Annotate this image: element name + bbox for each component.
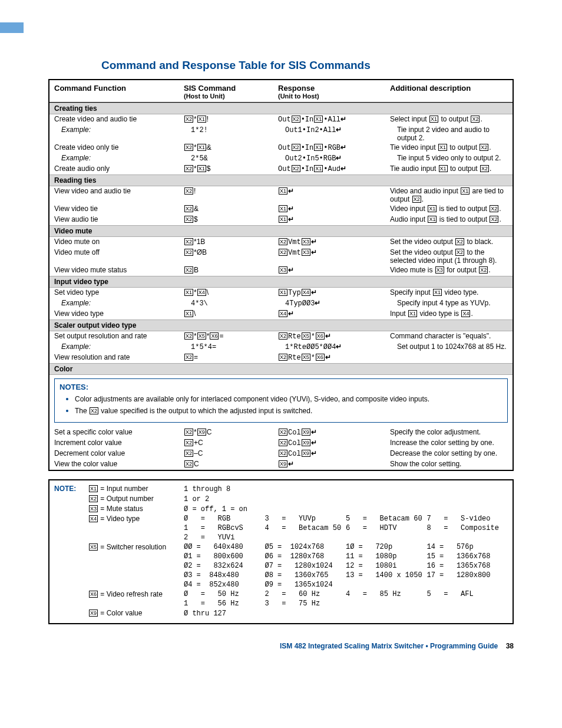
table-row: Create audio onlyX2*X1$OutX2•InX1•AudTie… (49, 164, 513, 174)
var-x2: X2 (292, 165, 300, 172)
legend-col: 3 = YUVp 4 = Betacam 50 (265, 514, 346, 542)
row-cmd: X1*X4\ (184, 288, 278, 298)
legend-def: X6 = Video refresh rate (88, 589, 184, 608)
legend-def: X4 = Video type (88, 514, 184, 542)
row-func: Example: (54, 299, 191, 308)
var-x2: X2 (184, 460, 193, 467)
var-x1: X1 (314, 116, 323, 123)
var-x2: X2 (279, 429, 287, 436)
row-desc: Show the color setting. (390, 460, 508, 469)
row-resp: X2ColX9 (278, 428, 390, 437)
row-resp: X1 (278, 205, 390, 214)
var-x2: X2 (184, 354, 193, 361)
legend-label (54, 514, 88, 542)
enter-icon (311, 249, 317, 257)
section-header: Input video type (49, 276, 513, 288)
notes-title: NOTES: (59, 383, 503, 391)
row-resp: OutX2•InX1•Aud (278, 164, 390, 174)
legend-row: X9 = Color valueØ thru 127 (54, 608, 508, 618)
row-func: Example: (54, 342, 191, 352)
row-desc: Video and audio input X1 are tied to out… (390, 187, 508, 203)
table-row: View audio tieX2$X1Audio input X1 is tie… (49, 215, 513, 225)
row-cmd: X2= (184, 353, 278, 363)
var-x2: X2 (279, 439, 287, 446)
table-row: Set a specific color valueX2*X9CX2ColX9S… (49, 427, 513, 438)
row-resp: 1*RteØØ5*ØØ4 (285, 342, 397, 352)
enter-icon (336, 126, 342, 134)
var-x3: X3 (302, 238, 310, 245)
legend-values: Ø = 50 Hz 1 = 56 Hz2 = 60 Hz 3 = 75 Hz4 … (184, 589, 508, 608)
var-x5: X5 (302, 332, 310, 340)
header-desc: Additional description (390, 84, 508, 93)
header-func: Command Function (54, 84, 184, 93)
table-row: Decrement color valueX2–CX2ColX9Decrease… (49, 449, 513, 459)
legend-col: 14 = 576p 15 = 1366x768 16 = 1365x768 17… (427, 542, 508, 589)
row-func: Set output resolution and rate (54, 332, 184, 341)
row-desc: Set output 1 to 1024x768 at 85 Hz. (397, 342, 508, 352)
var-x5: X5 (302, 354, 310, 361)
var-x2: X2 (412, 196, 421, 203)
var-x1: X1 (279, 205, 287, 212)
enter-icon (288, 310, 294, 318)
row-cmd: X2$ (184, 215, 278, 225)
enter-icon (340, 116, 346, 124)
row-func: View video and audio tie (54, 187, 184, 203)
row-desc: Specify input X1 video type. (390, 288, 508, 298)
var-x9: X9 (197, 429, 206, 436)
legend-label (54, 608, 88, 618)
var-x2: X2 (184, 205, 193, 212)
enter-icon (288, 460, 294, 469)
var-x2: X2 (471, 116, 480, 123)
row-resp: X1TypX4 (278, 288, 390, 298)
legend-def: X9 = Color value (88, 608, 184, 618)
var-x9: X9 (89, 610, 98, 617)
enter-icon (311, 450, 317, 458)
var-x2: X2 (184, 332, 193, 340)
row-desc: Input X1 video type is X4. (390, 309, 508, 319)
row-desc: Video input X1 is tied to output X2. (390, 205, 508, 214)
row-func: Example: (54, 126, 191, 142)
var-x9: X9 (279, 460, 287, 467)
enter-icon (340, 144, 346, 152)
table-row: Example:4*3\4TypØØ3Specify input 4 type … (49, 298, 513, 309)
var-x4: X4 (197, 289, 206, 296)
section-header: Reading ties (49, 174, 513, 186)
enter-icon (311, 429, 317, 437)
row-cmd: X2*X9C (184, 428, 278, 437)
row-func: View audio tie (54, 215, 184, 225)
var-x4: X4 (302, 289, 310, 296)
var-x9: X9 (302, 439, 310, 446)
table-row: Set output resolution and rateX2*X5*X6=X… (49, 331, 513, 342)
row-cmd: X2*X5*X6= (184, 332, 278, 341)
table-row: View the color valueX2CX9Show the color … (49, 459, 513, 470)
var-x9: X9 (302, 429, 310, 436)
table-row: Example:2*5&Out2•In5•RGBTie input 5 vide… (49, 153, 513, 164)
var-x1: X1 (184, 310, 193, 317)
var-x2: X2 (279, 450, 287, 457)
var-x6: X6 (316, 354, 325, 361)
header-resp-sub: (Unit to Host) (278, 93, 390, 100)
row-cmd: X2! (184, 187, 278, 203)
page-footer: ISM 482 Integrated Scaling Matrix Switch… (48, 642, 514, 650)
var-x2: X2 (292, 116, 300, 123)
legend-values: Ø thru 127 (184, 608, 508, 618)
row-cmd: X2C (184, 460, 278, 469)
table-row: Create video and audio tieX2*X1!OutX2•In… (49, 114, 513, 125)
row-desc: Tie audio input X1 to output X2. (390, 164, 508, 174)
row-resp: X1 (278, 215, 390, 225)
var-x4: X4 (89, 515, 98, 522)
row-func: Video mute on (54, 238, 184, 247)
table-row: Example:1*2!Out1•In2•AllTie input 2 vide… (49, 125, 513, 143)
table-row: View video typeX1\X4Input X1 video type … (49, 309, 513, 319)
var-x2: X2 (279, 332, 287, 340)
note-item: Color adjustments are available only for… (75, 394, 503, 403)
row-func: Decrement color value (54, 449, 184, 459)
row-desc: Tie input 2 video and audio to output 2. (397, 126, 508, 142)
row-func: View the color value (54, 460, 184, 469)
row-cmd: X2*X1$ (184, 164, 278, 174)
row-resp: OutX2•InX1•All (278, 115, 390, 124)
enter-icon (311, 439, 317, 447)
var-x5: X5 (89, 543, 98, 551)
var-x2: X2 (455, 249, 464, 256)
table-row: Example:1*5*4=1*RteØØ5*ØØ4Set output 1 t… (49, 342, 513, 353)
